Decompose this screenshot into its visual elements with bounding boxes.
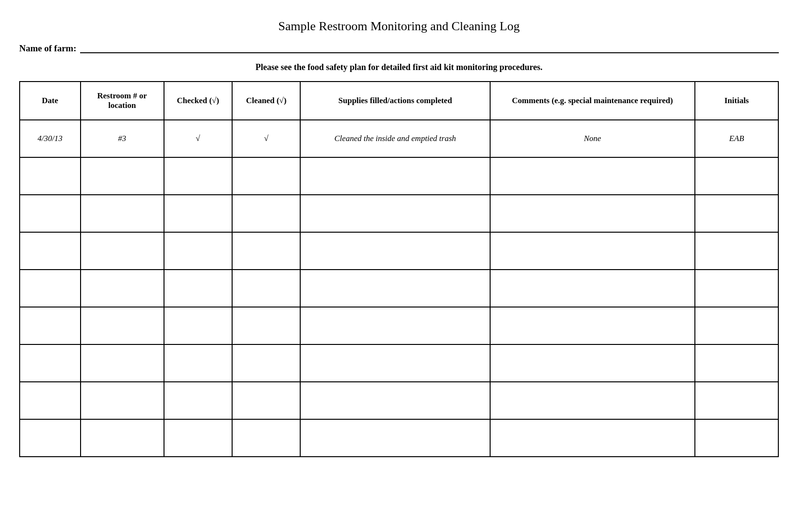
page-title: Sample Restroom Monitoring and Cleaning … [19, 19, 779, 34]
table-row [20, 419, 778, 457]
farm-name-label: Name of farm: [19, 43, 76, 54]
cell-restroom [81, 270, 164, 307]
cell-restroom [81, 382, 164, 419]
cell-cleaned [232, 157, 300, 195]
cell-restroom [81, 307, 164, 344]
table-row [20, 195, 778, 232]
cell-checked [164, 419, 232, 457]
cell-comments: None [490, 120, 695, 157]
cell-restroom [81, 232, 164, 270]
cell-initials [695, 232, 778, 270]
cell-supplies [300, 382, 490, 419]
cell-supplies [300, 270, 490, 307]
cell-checked [164, 307, 232, 344]
header-checked: Checked (√) [164, 82, 232, 120]
cell-date [20, 382, 81, 419]
cell-comments [490, 307, 695, 344]
cell-cleaned: √ [232, 120, 300, 157]
cell-initials [695, 157, 778, 195]
cell-comments [490, 157, 695, 195]
cell-cleaned [232, 195, 300, 232]
cell-comments [490, 382, 695, 419]
cell-initials [695, 344, 778, 382]
cell-restroom [81, 419, 164, 457]
cell-supplies: Cleaned the inside and emptied trash [300, 120, 490, 157]
cell-checked [164, 232, 232, 270]
cell-supplies [300, 157, 490, 195]
header-date: Date [20, 82, 81, 120]
header-cleaned: Cleaned (√) [232, 82, 300, 120]
header-supplies: Supplies filled/actions completed [300, 82, 490, 120]
cell-comments [490, 195, 695, 232]
header-comments: Comments (e.g. special maintenance requi… [490, 82, 695, 120]
table-row [20, 307, 778, 344]
cell-supplies [300, 195, 490, 232]
cell-supplies [300, 307, 490, 344]
cell-date [20, 232, 81, 270]
cell-initials [695, 419, 778, 457]
cell-checked [164, 270, 232, 307]
cell-cleaned [232, 382, 300, 419]
cell-checked [164, 382, 232, 419]
cell-restroom [81, 157, 164, 195]
cell-restroom [81, 195, 164, 232]
cell-date [20, 270, 81, 307]
cell-date [20, 307, 81, 344]
table-row [20, 270, 778, 307]
cell-cleaned [232, 232, 300, 270]
cell-supplies [300, 344, 490, 382]
table-row: 4/30/13#3√√Cleaned the inside and emptie… [20, 120, 778, 157]
cell-initials [695, 307, 778, 344]
cell-supplies [300, 419, 490, 457]
cell-date [20, 419, 81, 457]
cell-initials [695, 382, 778, 419]
cell-checked: √ [164, 120, 232, 157]
cell-comments [490, 344, 695, 382]
table-row [20, 232, 778, 270]
cell-date [20, 157, 81, 195]
cell-checked [164, 157, 232, 195]
cell-restroom [81, 344, 164, 382]
header-initials: Initials [695, 82, 778, 120]
farm-name-line [80, 44, 779, 53]
cell-supplies [300, 232, 490, 270]
cell-cleaned [232, 270, 300, 307]
cell-cleaned [232, 419, 300, 457]
cell-comments [490, 270, 695, 307]
cell-checked [164, 195, 232, 232]
cell-comments [490, 232, 695, 270]
cell-initials: EAB [695, 120, 778, 157]
cell-date [20, 344, 81, 382]
cell-initials [695, 270, 778, 307]
table-row [20, 157, 778, 195]
cell-checked [164, 344, 232, 382]
monitoring-table: Date Restroom # or location Checked (√) … [19, 81, 779, 457]
cell-restroom: #3 [81, 120, 164, 157]
cell-comments [490, 419, 695, 457]
cell-initials [695, 195, 778, 232]
cell-date [20, 195, 81, 232]
cell-date: 4/30/13 [20, 120, 81, 157]
cell-cleaned [232, 307, 300, 344]
table-row [20, 382, 778, 419]
header-restroom: Restroom # or location [81, 82, 164, 120]
table-row [20, 344, 778, 382]
subtitle: Please see the food safety plan for deta… [19, 62, 779, 72]
cell-cleaned [232, 344, 300, 382]
